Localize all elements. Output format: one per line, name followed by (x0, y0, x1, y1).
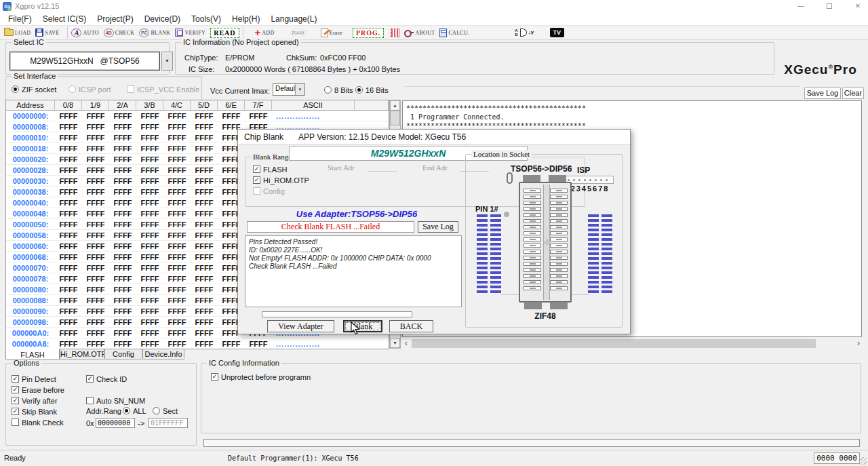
hex-cell[interactable]: FFFF (109, 286, 136, 294)
hex-ascii[interactable]: ................ (272, 340, 355, 348)
hex-cell[interactable]: FFFF (136, 286, 163, 294)
prog-button[interactable]: PROG. (353, 28, 384, 38)
hex-cell[interactable]: FFFF (136, 307, 163, 315)
hex-cell[interactable]: FFFF (109, 188, 136, 196)
hex-cell[interactable]: FFFF (55, 199, 82, 207)
hi-rom-otp-checkbox[interactable]: ✓Hi_ROM.OTP (253, 176, 309, 185)
ic-select-dropdown[interactable]: ▼ (161, 52, 173, 71)
tab-deviceinfo[interactable]: Device.Info (142, 349, 184, 360)
icsp-port-radio[interactable]: ICSP port (68, 85, 111, 94)
tab-config[interactable]: Config (104, 349, 142, 360)
hex-cell[interactable]: FFFF (163, 296, 191, 305)
menu-item-selectics[interactable]: Select IC(S) (37, 14, 92, 24)
hex-cell[interactable]: FFFF (82, 188, 109, 196)
hex-cell[interactable]: FFFF (109, 318, 136, 326)
hex-cell[interactable]: FFFF (136, 242, 163, 250)
menu-item-languagel[interactable]: Language(L) (265, 14, 322, 24)
hex-cell[interactable]: FFFF (191, 275, 218, 283)
hex-cell[interactable]: FFFF (109, 329, 136, 337)
hex-cell[interactable]: FFFF (191, 340, 218, 348)
hex-cell[interactable]: FFFF (163, 166, 191, 174)
hex-cell[interactable]: FFFF (163, 134, 191, 142)
addr-sect-radio[interactable]: Sect (153, 406, 178, 415)
hex-cell[interactable]: FFFF (191, 134, 218, 142)
tab-hi_romotp[interactable]: Hi_ROM.OTP (60, 349, 104, 360)
hex-cell[interactable]: FFFF (136, 220, 163, 229)
hex-cell[interactable]: FFFF (82, 253, 109, 261)
erase-before-checkbox[interactable]: ✓Erase before (12, 385, 64, 394)
hex-cell[interactable]: FFFF (55, 318, 82, 326)
hex-cell[interactable]: FFFF (82, 307, 109, 315)
hex-cell[interactable]: FFFF (109, 264, 136, 272)
toolbar-add-button[interactable]: ADD (255, 28, 275, 37)
hex-cell[interactable]: FFFF (109, 123, 136, 131)
minimize-button[interactable]: — (789, 0, 812, 12)
blank-button[interactable]: Blank (343, 320, 382, 332)
hex-cell[interactable]: FFFF (136, 340, 163, 348)
back-button[interactable]: BACK (389, 320, 433, 332)
hex-cell[interactable]: FFFF (191, 296, 218, 305)
hex-cell[interactable]: FFFF (55, 134, 82, 142)
scroll-up-button[interactable]: ▲ (390, 100, 400, 111)
vcc-imax-combo[interactable]: Default▼ (273, 83, 305, 96)
hex-cell[interactable]: FFFF (163, 123, 191, 131)
hex-cell[interactable]: FFFF (191, 242, 218, 250)
hex-cell[interactable]: FFFF (55, 220, 82, 229)
hex-cell[interactable]: FFFF (109, 144, 136, 153)
verify-after-checkbox[interactable]: ✓Verify after (12, 396, 58, 405)
save-log-button[interactable]: Save Log (804, 88, 841, 99)
hex-cell[interactable]: FFFF (136, 134, 163, 142)
hex-cell[interactable]: FFFF (82, 286, 109, 294)
hex-cell[interactable]: FFFF (163, 210, 191, 218)
hex-cell[interactable]: FFFF (82, 199, 109, 207)
hex-cell[interactable]: FFFF (109, 275, 136, 283)
hex-cell[interactable]: FFFF (136, 166, 163, 174)
hex-cell[interactable]: FFFF (82, 264, 109, 272)
toolbar-erase-button[interactable]: Erase (321, 28, 342, 37)
hex-cell[interactable]: FFFF (191, 199, 218, 207)
scroll-down-button[interactable]: ▼ (390, 338, 400, 348)
hex-cell[interactable]: FFFF (163, 177, 191, 185)
hex-cell[interactable]: FFFF (55, 307, 82, 315)
auto-sn-checkbox[interactable]: Auto SN_NUM (86, 396, 145, 405)
hex-cell[interactable]: FFFF (136, 144, 163, 153)
hex-cell[interactable]: FFFF (82, 134, 109, 142)
addr-from-input[interactable] (96, 418, 135, 428)
toolbar-save-button[interactable]: SAVE (35, 28, 59, 37)
hex-cell[interactable]: FFFF (82, 296, 109, 305)
hex-cell[interactable]: FFFF (82, 155, 109, 163)
hex-ascii[interactable]: ................ (272, 112, 355, 120)
hex-cell[interactable]: FFFF (191, 123, 218, 131)
menu-item-filef[interactable]: File(F) (3, 14, 37, 24)
hex-cell[interactable]: FFFF (109, 220, 136, 229)
hex-cell[interactable]: FFFF (163, 307, 191, 315)
hex-cell[interactable]: FFFF (191, 231, 218, 239)
toolbar-auto-button[interactable]: AAUTO (71, 28, 98, 37)
hex-cell[interactable]: FFFF (163, 253, 191, 261)
hex-cell[interactable]: FFFF (109, 231, 136, 239)
hex-cell[interactable]: FFFF (163, 112, 191, 120)
bits8-radio[interactable]: 8 Bits (324, 85, 353, 94)
hex-cell[interactable]: FFFF (82, 329, 109, 337)
hex-cell[interactable]: FFFF (191, 188, 218, 196)
hex-cell[interactable]: FFFF (136, 177, 163, 185)
menu-item-toolsv[interactable]: Tools(V) (186, 14, 226, 24)
hex-cell[interactable]: FFFF (136, 264, 163, 272)
hex-cell[interactable]: FFFF (55, 123, 82, 131)
hex-cell[interactable]: FFFF (163, 318, 191, 326)
hex-cell[interactable]: FFFF (191, 220, 218, 229)
hex-cell[interactable]: FFFF (109, 112, 136, 120)
hex-cell[interactable]: FFFF (163, 286, 191, 294)
hex-cell[interactable]: FFFF (163, 275, 191, 283)
hex-cell[interactable]: FFFF (109, 134, 136, 142)
hex-cell[interactable]: FFFF (218, 112, 245, 120)
toolbar-verify-button[interactable]: VERIFY (175, 28, 205, 37)
hex-cell[interactable]: FFFF (191, 307, 218, 315)
addr-to-input[interactable] (149, 418, 188, 428)
icsp-vcc-checkbox[interactable]: ICSP_VCC Enable (127, 85, 199, 94)
toolbar-blank-button[interactable]: FCBLANK (139, 28, 170, 37)
hex-cell[interactable]: FFFF (191, 286, 218, 294)
hex-cell[interactable]: FFFF (218, 340, 245, 348)
hex-cell[interactable]: FFFF (109, 177, 136, 185)
hex-cell[interactable]: FFFF (191, 329, 218, 337)
